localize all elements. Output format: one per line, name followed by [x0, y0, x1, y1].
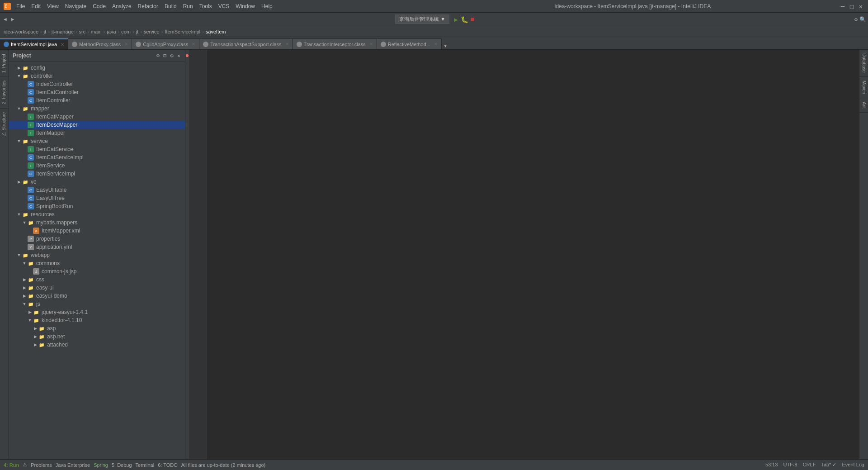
tab-close-5[interactable]: ✕ — [434, 42, 438, 47]
debug-icon[interactable]: 🐛 — [460, 15, 469, 24]
menu-code[interactable]: Code — [90, 2, 108, 10]
breadcrumb-saveitem[interactable]: saveItem — [206, 29, 226, 34]
tree-item-webapp[interactable]: ▼📁webapp — [9, 251, 185, 259]
menu-tools[interactable]: Tools — [197, 2, 215, 10]
code-editor-content[interactable] — [207, 50, 859, 459]
menu-refactor[interactable]: Refactor — [135, 2, 161, 10]
tab-transactioninterceptor[interactable]: TransactionInterceptor.class ✕ — [293, 38, 377, 49]
tree-item-vo[interactable]: ▶📁vo — [9, 178, 185, 186]
tab-close-4[interactable]: ✕ — [369, 42, 373, 47]
left-tab-project[interactable]: 1: Project — [0, 50, 9, 76]
breadcrumb-java[interactable]: java — [107, 29, 116, 34]
toolbar-forward[interactable]: ▶ — [9, 15, 16, 23]
tab-methodproxy[interactable]: MethodProxy.class ✕ — [68, 38, 132, 49]
tree-item-itemcatserviceimpl[interactable]: CItemCatServiceImpl — [9, 153, 185, 161]
tree-item-mybatis-mappers[interactable]: ▼📁mybatis.mappers — [9, 218, 185, 227]
debug-tab[interactable]: 5: Debug — [112, 462, 132, 468]
terminal-tab[interactable]: Terminal — [136, 462, 155, 468]
tree-item-easyuitable[interactable]: CEasyUITable — [9, 186, 185, 194]
breadcrumb-jt2[interactable]: jt — [136, 29, 139, 34]
maximize-button[interactable]: □ — [848, 3, 855, 10]
right-tab-database[interactable]: Database — [859, 50, 868, 77]
menu-navigate[interactable]: Navigate — [62, 2, 89, 10]
tree-item-properties[interactable]: Pproperties — [9, 235, 185, 243]
tree-item-springbootrun[interactable]: CSpringBootRun — [9, 202, 185, 210]
tabs-overflow[interactable]: ▾ — [442, 42, 449, 49]
gutter-breakpoint-1[interactable] — [186, 54, 189, 57]
tree-item-controller[interactable]: ▼📁controller — [9, 72, 185, 80]
left-tab-structure[interactable]: Z: Structure — [0, 108, 9, 139]
search-icon[interactable]: 🔍 — [859, 16, 866, 23]
tab-itemserviceimpl[interactable]: ItemServiceImpl.java ✕ — [0, 38, 68, 49]
tree-item-itemmapper[interactable]: IItemMapper — [9, 129, 185, 137]
stop-icon[interactable]: ■ — [470, 15, 475, 24]
event-log[interactable]: Event Log — [842, 462, 864, 468]
tab-close-0[interactable]: ✕ — [61, 42, 64, 47]
right-tab-maven[interactable]: Maven — [859, 77, 868, 98]
tree-item-asp-net[interactable]: ▶📁asp.net — [9, 332, 185, 341]
menu-window[interactable]: Window — [233, 2, 258, 10]
breadcrumb-jt[interactable]: jt — [44, 29, 47, 34]
tab-close-3[interactable]: ✕ — [285, 42, 289, 47]
breadcrumb-com[interactable]: com — [121, 29, 131, 34]
breadcrumb-main[interactable]: main — [91, 29, 102, 34]
tree-item-itemmapper-xml[interactable]: XItemMapper.xml — [9, 227, 185, 235]
tree-item-common-js-jsp[interactable]: Jcommon-js.jsp — [9, 267, 185, 275]
menu-edit[interactable]: Edit — [28, 2, 43, 10]
tree-item-js[interactable]: ▼📁js — [9, 300, 185, 308]
sidebar-sync-icon[interactable]: ⊙ — [156, 52, 160, 60]
settings-icon[interactable]: ⚙ — [854, 16, 858, 23]
right-tab-ant[interactable]: Ant — [859, 98, 868, 113]
menu-run[interactable]: Run — [180, 2, 196, 10]
tree-item-itemcatservice[interactable]: IItemCatService — [9, 145, 185, 153]
sidebar-collapse-icon[interactable]: ⊟ — [162, 52, 167, 60]
sidebar-settings-icon[interactable]: ⚙ — [170, 52, 175, 60]
tree-item-attached[interactable]: ▶📁attached — [9, 341, 185, 349]
menu-help[interactable]: Help — [259, 2, 275, 10]
tree-item-jquery-easyui-1-4-1[interactable]: ▶📁jquery-easyui-1.4.1 — [9, 308, 185, 316]
tree-item-resources[interactable]: ▼📁resources — [9, 210, 185, 218]
tree-item-asp[interactable]: ▶📁asp — [9, 324, 185, 332]
tree-item-mapper[interactable]: ▼📁mapper — [9, 104, 185, 113]
tab-close-1[interactable]: ✕ — [124, 42, 128, 47]
tree-item-easyuitree[interactable]: CEasyUITree — [9, 194, 185, 202]
tab-reflectivemethod[interactable]: ReflectiveMethod... ✕ — [377, 38, 442, 49]
tree-item-indexcontroller[interactable]: CIndexController — [9, 80, 185, 88]
problems-tab[interactable]: ⚠ — [23, 462, 27, 468]
java-enterprise-label[interactable]: Java Enterprise — [56, 462, 90, 468]
tree-item-itemcatcontroller[interactable]: CItemCatController — [9, 88, 185, 96]
breadcrumb-itemserviceimpl[interactable]: ItemServiceImpl — [165, 29, 200, 34]
problems-label[interactable]: Problems — [31, 462, 52, 468]
menu-analyze[interactable]: Analyze — [109, 2, 134, 10]
menu-build[interactable]: Build — [162, 2, 179, 10]
todo-tab[interactable]: 6: TODO — [158, 462, 178, 468]
tree-item-itemservice[interactable]: IItemService — [9, 161, 185, 170]
breadcrumb-jt-manage[interactable]: jt-manage — [52, 29, 74, 34]
left-tab-favorites[interactable]: 2: Favorites — [0, 76, 9, 108]
sidebar-close-icon[interactable]: ✕ — [176, 52, 181, 60]
breadcrumb-src[interactable]: src — [79, 29, 85, 34]
breadcrumb-service[interactable]: service — [144, 29, 160, 34]
menu-view[interactable]: View — [44, 2, 61, 10]
tree-item-kindeditor-4-1-10[interactable]: ▼📁kindeditor-4.1.10 — [9, 316, 185, 324]
tree-item-application-yml[interactable]: Yapplication.yml — [9, 243, 185, 251]
menu-file[interactable]: File — [14, 2, 28, 10]
tree-item-service[interactable]: ▼📁service — [9, 137, 185, 145]
run-tab[interactable]: 4: Run — [4, 462, 19, 468]
run-config-dropdown[interactable]: 京淘后台管理系统 ▼ — [395, 14, 449, 24]
tab-transactionaspectsupport[interactable]: TransactionAspectSupport.class ✕ — [199, 38, 292, 49]
minimize-button[interactable]: ─ — [839, 3, 846, 10]
tree-item-easy-ui[interactable]: ▶📁easy-ui — [9, 284, 185, 292]
tree-item-itemcatmapper[interactable]: IItemCatMapper — [9, 113, 185, 121]
tree-item-itemdescmapper[interactable]: IItemDescMapper — [9, 121, 185, 129]
spring-label[interactable]: Spring — [94, 462, 108, 468]
run-icon[interactable]: ▶ — [453, 15, 458, 24]
tree-item-commons[interactable]: ▼📁commons — [9, 259, 185, 267]
tree-item-easyui-demo[interactable]: ▶📁easyui-demo — [9, 292, 185, 300]
toolbar-back[interactable]: ◀ — [2, 15, 9, 23]
tree-item-config[interactable]: ▶📁config — [9, 64, 185, 72]
breadcrumb-idea-workspace[interactable]: idea-workspace — [4, 29, 38, 34]
menu-vcs[interactable]: VCS — [216, 2, 232, 10]
tree-item-itemserviceimpl[interactable]: CItemServiceImpl — [9, 170, 185, 178]
tree-item-itemcontroller[interactable]: CItemController — [9, 96, 185, 104]
